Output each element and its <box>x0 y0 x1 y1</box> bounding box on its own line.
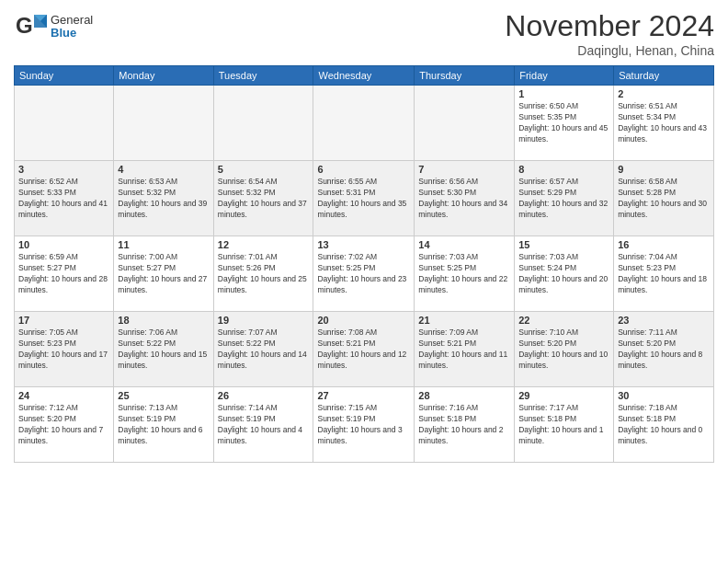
day-info: Sunrise: 7:16 AMSunset: 5:18 PMDaylight:… <box>418 403 510 447</box>
calendar-cell: 12Sunrise: 7:01 AMSunset: 5:26 PMDayligh… <box>213 236 313 312</box>
day-number: 1 <box>518 88 609 99</box>
col-wednesday: Wednesday <box>313 66 415 86</box>
logo-general-text: General <box>51 14 93 27</box>
calendar-cell: 9Sunrise: 6:58 AMSunset: 5:28 PMDaylight… <box>614 161 714 236</box>
col-monday: Monday <box>114 66 213 86</box>
day-number: 21 <box>418 315 510 326</box>
logo-blue-text: Blue <box>51 27 93 40</box>
calendar-cell <box>15 86 114 161</box>
day-info: Sunrise: 7:07 AMSunset: 5:22 PMDaylight:… <box>218 327 310 372</box>
day-info: Sunrise: 7:08 AMSunset: 5:21 PMDaylight:… <box>317 327 410 372</box>
calendar-cell: 3Sunrise: 6:52 AMSunset: 5:33 PMDaylight… <box>15 161 114 236</box>
day-number: 23 <box>618 315 710 326</box>
day-info: Sunrise: 7:11 AMSunset: 5:20 PMDaylight:… <box>618 327 710 372</box>
calendar-cell: 22Sunrise: 7:10 AMSunset: 5:20 PMDayligh… <box>515 312 614 387</box>
calendar-page: G General Blue November 2024 Daqinglu, H… <box>0 0 728 563</box>
logo: G General Blue <box>14 9 93 44</box>
calendar-cell: 13Sunrise: 7:02 AMSunset: 5:25 PMDayligh… <box>313 236 415 312</box>
calendar-cell: 16Sunrise: 7:04 AMSunset: 5:23 PMDayligh… <box>614 236 714 312</box>
calendar-cell: 26Sunrise: 7:14 AMSunset: 5:19 PMDayligh… <box>213 387 313 463</box>
day-number: 9 <box>618 164 710 175</box>
day-info: Sunrise: 7:06 AMSunset: 5:22 PMDaylight:… <box>118 327 209 372</box>
calendar-cell: 19Sunrise: 7:07 AMSunset: 5:22 PMDayligh… <box>213 312 313 387</box>
day-number: 4 <box>118 164 209 175</box>
day-info: Sunrise: 7:13 AMSunset: 5:19 PMDaylight:… <box>118 403 209 447</box>
day-info: Sunrise: 7:17 AMSunset: 5:18 PMDaylight:… <box>518 403 609 447</box>
day-info: Sunrise: 7:03 AMSunset: 5:24 PMDaylight:… <box>518 252 609 296</box>
calendar-table: Sunday Monday Tuesday Wednesday Thursday… <box>14 65 714 463</box>
calendar-cell: 11Sunrise: 7:00 AMSunset: 5:27 PMDayligh… <box>114 236 213 312</box>
day-info: Sunrise: 7:01 AMSunset: 5:26 PMDaylight:… <box>218 252 310 296</box>
day-number: 20 <box>317 315 410 326</box>
calendar-week-2: 3Sunrise: 6:52 AMSunset: 5:33 PMDaylight… <box>15 161 714 236</box>
location: Daqinglu, Henan, China <box>505 43 714 58</box>
day-number: 25 <box>118 390 209 401</box>
day-info: Sunrise: 7:09 AMSunset: 5:21 PMDaylight:… <box>418 327 510 372</box>
calendar-cell: 23Sunrise: 7:11 AMSunset: 5:20 PMDayligh… <box>614 312 714 387</box>
month-title: November 2024 <box>505 9 714 43</box>
day-number: 10 <box>18 239 109 250</box>
calendar-week-5: 24Sunrise: 7:12 AMSunset: 5:20 PMDayligh… <box>15 387 714 463</box>
calendar-cell: 1Sunrise: 6:50 AMSunset: 5:35 PMDaylight… <box>515 86 614 161</box>
day-info: Sunrise: 7:00 AMSunset: 5:27 PMDaylight:… <box>118 252 209 296</box>
day-number: 8 <box>518 164 609 175</box>
calendar-week-1: 1Sunrise: 6:50 AMSunset: 5:35 PMDaylight… <box>15 86 714 161</box>
day-number: 2 <box>618 88 710 99</box>
day-number: 16 <box>618 239 710 250</box>
day-number: 18 <box>118 315 209 326</box>
day-info: Sunrise: 7:10 AMSunset: 5:20 PMDaylight:… <box>518 327 609 372</box>
calendar-week-4: 17Sunrise: 7:05 AMSunset: 5:23 PMDayligh… <box>15 312 714 387</box>
day-number: 6 <box>317 164 410 175</box>
day-info: Sunrise: 7:12 AMSunset: 5:20 PMDaylight:… <box>18 403 109 447</box>
calendar-cell: 6Sunrise: 6:55 AMSunset: 5:31 PMDaylight… <box>313 161 415 236</box>
calendar-cell: 4Sunrise: 6:53 AMSunset: 5:32 PMDaylight… <box>114 161 213 236</box>
day-info: Sunrise: 6:55 AMSunset: 5:31 PMDaylight:… <box>317 177 410 221</box>
col-friday: Friday <box>515 66 614 86</box>
header: G General Blue November 2024 Daqinglu, H… <box>14 9 714 58</box>
calendar-cell: 18Sunrise: 7:06 AMSunset: 5:22 PMDayligh… <box>114 312 213 387</box>
day-info: Sunrise: 6:59 AMSunset: 5:27 PMDaylight:… <box>18 252 109 296</box>
calendar-header-row: Sunday Monday Tuesday Wednesday Thursday… <box>15 66 714 86</box>
day-number: 13 <box>317 239 410 250</box>
calendar-week-3: 10Sunrise: 6:59 AMSunset: 5:27 PMDayligh… <box>15 236 714 312</box>
calendar-cell: 10Sunrise: 6:59 AMSunset: 5:27 PMDayligh… <box>15 236 114 312</box>
calendar-cell: 20Sunrise: 7:08 AMSunset: 5:21 PMDayligh… <box>313 312 415 387</box>
calendar-cell: 5Sunrise: 6:54 AMSunset: 5:32 PMDaylight… <box>213 161 313 236</box>
day-info: Sunrise: 7:14 AMSunset: 5:19 PMDaylight:… <box>218 403 310 447</box>
calendar-cell: 7Sunrise: 6:56 AMSunset: 5:30 PMDaylight… <box>415 161 515 236</box>
day-number: 7 <box>418 164 510 175</box>
svg-text:G: G <box>16 13 33 38</box>
day-number: 3 <box>18 164 109 175</box>
logo-label: General Blue <box>51 14 93 40</box>
calendar-cell: 8Sunrise: 6:57 AMSunset: 5:29 PMDaylight… <box>515 161 614 236</box>
calendar-cell: 29Sunrise: 7:17 AMSunset: 5:18 PMDayligh… <box>515 387 614 463</box>
day-info: Sunrise: 6:53 AMSunset: 5:32 PMDaylight:… <box>118 177 209 221</box>
col-thursday: Thursday <box>415 66 515 86</box>
day-number: 27 <box>317 390 410 401</box>
calendar-cell: 2Sunrise: 6:51 AMSunset: 5:34 PMDaylight… <box>614 86 714 161</box>
calendar-cell <box>114 86 213 161</box>
day-info: Sunrise: 7:15 AMSunset: 5:19 PMDaylight:… <box>317 403 410 447</box>
day-number: 11 <box>118 239 209 250</box>
day-info: Sunrise: 6:52 AMSunset: 5:33 PMDaylight:… <box>18 177 109 221</box>
day-number: 29 <box>518 390 609 401</box>
day-number: 22 <box>518 315 609 326</box>
day-info: Sunrise: 6:54 AMSunset: 5:32 PMDaylight:… <box>218 177 310 221</box>
day-info: Sunrise: 6:56 AMSunset: 5:30 PMDaylight:… <box>418 177 510 221</box>
calendar-cell <box>415 86 515 161</box>
day-number: 26 <box>218 390 310 401</box>
calendar-cell: 27Sunrise: 7:15 AMSunset: 5:19 PMDayligh… <box>313 387 415 463</box>
calendar-cell: 15Sunrise: 7:03 AMSunset: 5:24 PMDayligh… <box>515 236 614 312</box>
day-info: Sunrise: 6:58 AMSunset: 5:28 PMDaylight:… <box>618 177 710 221</box>
calendar-cell <box>213 86 313 161</box>
day-number: 17 <box>18 315 109 326</box>
day-info: Sunrise: 7:04 AMSunset: 5:23 PMDaylight:… <box>618 252 710 296</box>
day-info: Sunrise: 7:03 AMSunset: 5:25 PMDaylight:… <box>418 252 510 296</box>
day-info: Sunrise: 6:51 AMSunset: 5:34 PMDaylight:… <box>618 101 710 145</box>
logo-icon: G <box>14 9 49 44</box>
day-number: 30 <box>618 390 710 401</box>
calendar-cell: 24Sunrise: 7:12 AMSunset: 5:20 PMDayligh… <box>15 387 114 463</box>
day-info: Sunrise: 6:50 AMSunset: 5:35 PMDaylight:… <box>518 101 609 145</box>
calendar-cell <box>313 86 415 161</box>
day-info: Sunrise: 7:18 AMSunset: 5:18 PMDaylight:… <box>618 403 710 447</box>
